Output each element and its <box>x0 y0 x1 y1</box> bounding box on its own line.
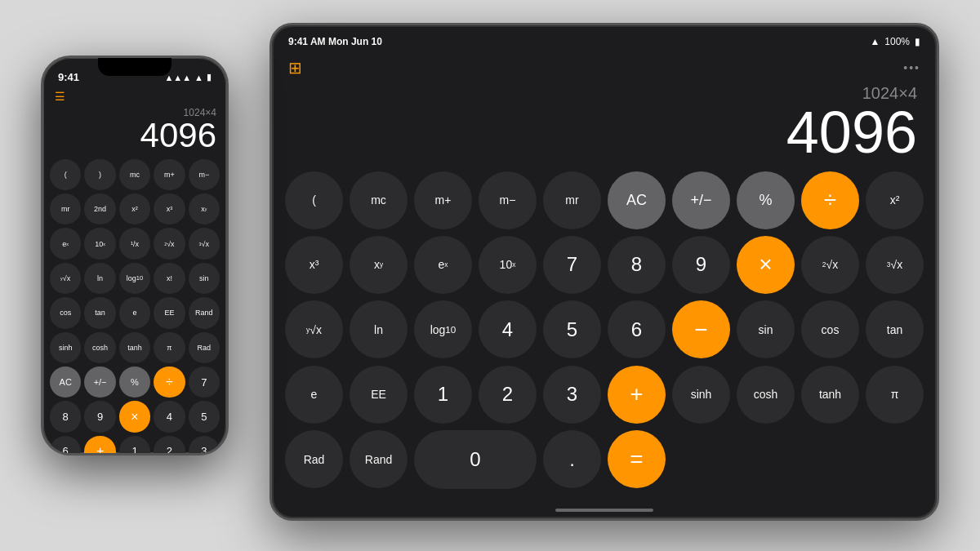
iphone-btn-x-cu[interactable]: x³ <box>154 193 185 224</box>
btn-0[interactable]: 0 <box>414 430 537 488</box>
iphone-btn-ln[interactable]: ln <box>84 263 115 294</box>
iphone-btn-tanh[interactable]: tanh <box>119 332 150 363</box>
iphone-btn-m-plus[interactable]: m+ <box>154 159 185 190</box>
iphone-btn-9[interactable]: 9 <box>84 401 115 432</box>
iphone-btn-4[interactable]: 4 <box>154 401 185 432</box>
iphone-btn-ex[interactable]: ex <box>50 228 81 259</box>
iphone-time: 9:41 <box>58 71 79 83</box>
iphone-btn-e[interactable]: e <box>119 297 150 328</box>
btn-sin[interactable]: sin <box>737 300 795 358</box>
btn-open-paren[interactable]: ( <box>285 171 343 229</box>
btn-e[interactable]: e <box>285 366 343 424</box>
btn-sqrty[interactable]: y√x <box>285 300 343 358</box>
btn-ac[interactable]: AC <box>608 171 666 229</box>
btn-e-to-x[interactable]: ex <box>414 236 472 294</box>
iphone-btn-pct[interactable]: % <box>119 367 150 398</box>
iphone-btn-sinh[interactable]: sinh <box>50 332 81 363</box>
btn-multiply[interactable]: × <box>737 236 795 294</box>
iphone-btn-7[interactable]: 7 <box>189 367 220 398</box>
iphone-btn-2nd[interactable]: 2nd <box>84 193 115 224</box>
btn-m-plus[interactable]: m+ <box>414 171 472 229</box>
iphone-btn-mr[interactable]: mr <box>50 193 81 224</box>
btn-tanh[interactable]: tanh <box>801 366 859 424</box>
more-options-icon[interactable]: ••• <box>903 61 920 74</box>
iphone-btn-sqrty[interactable]: y√x <box>50 263 81 294</box>
iphone-btn-rand[interactable]: Rand <box>189 297 220 328</box>
iphone-btn-sqrt2[interactable]: 2√x <box>154 228 185 259</box>
iphone-btn-mc[interactable]: mc <box>119 159 150 190</box>
btn-ln[interactable]: ln <box>350 300 408 358</box>
iphone-btn-5[interactable]: 5 <box>189 401 220 432</box>
btn-percent[interactable]: % <box>737 171 795 229</box>
iphone-btn-pi[interactable]: π <box>154 332 185 363</box>
iphone-btn-div[interactable]: ÷ <box>154 367 185 398</box>
btn-equals[interactable]: = <box>608 430 666 488</box>
iphone-btn-ee[interactable]: EE <box>154 297 185 328</box>
iphone-btn-ac[interactable]: AC <box>50 367 81 398</box>
iphone-btn-tan[interactable]: tan <box>84 297 115 328</box>
iphone-list-icon[interactable]: ☰ <box>55 90 65 103</box>
iphone-btn-mul[interactable]: × <box>119 401 150 432</box>
btn-mc[interactable]: mc <box>350 171 408 229</box>
iphone-device: 9:41 ▲▲▲ ▲ ▮ ☰ 1024×4 4096 ( ) mc m+ m− … <box>41 56 229 455</box>
iphone-btn-cosh[interactable]: cosh <box>84 332 115 363</box>
btn-decimal[interactable]: . <box>543 430 601 488</box>
iphone-btn-6[interactable]: 6 <box>50 436 81 455</box>
btn-sinh[interactable]: sinh <box>672 366 730 424</box>
iphone-notch <box>98 58 172 76</box>
ipad-display: 1024×4 4096 <box>285 84 924 171</box>
btn-log10[interactable]: log10 <box>414 300 472 358</box>
ipad-camera <box>596 32 612 38</box>
btn-x-squared[interactable]: x² <box>866 171 924 229</box>
sidebar-toggle-icon[interactable]: ⊞ <box>288 58 302 78</box>
iphone-btn-2[interactable]: 2 <box>154 436 185 455</box>
btn-5[interactable]: 5 <box>543 300 601 358</box>
wifi-icon: ▲ <box>870 36 880 47</box>
iphone-btn-xfact[interactable]: x! <box>154 263 185 294</box>
btn-9[interactable]: 9 <box>672 236 730 294</box>
btn-2[interactable]: 2 <box>479 366 537 424</box>
btn-8[interactable]: 8 <box>608 236 666 294</box>
btn-add[interactable]: + <box>608 366 666 424</box>
iphone-btn-1x[interactable]: ¹/x <box>119 228 150 259</box>
btn-pi[interactable]: π <box>866 366 924 424</box>
btn-cosh[interactable]: cosh <box>737 366 795 424</box>
iphone-btn-log[interactable]: log10 <box>119 263 150 294</box>
btn-cos[interactable]: cos <box>801 300 859 358</box>
iphone-btn-10x[interactable]: 10x <box>84 228 115 259</box>
btn-rad[interactable]: Rad <box>285 430 343 488</box>
iphone-btn-sqrt3[interactable]: 3√x <box>189 228 220 259</box>
iphone-btn-8[interactable]: 8 <box>50 401 81 432</box>
btn-sqrt3[interactable]: 3√x <box>866 236 924 294</box>
btn-sqrt2[interactable]: 2√x <box>801 236 859 294</box>
iphone-btn-x-y[interactable]: xy <box>189 193 220 224</box>
iphone-btn-rad[interactable]: Rad <box>189 332 220 363</box>
btn-divide[interactable]: ÷ <box>801 171 859 229</box>
btn-subtract[interactable]: − <box>672 300 730 358</box>
btn-ee[interactable]: EE <box>350 366 408 424</box>
btn-tan[interactable]: tan <box>866 300 924 358</box>
btn-7[interactable]: 7 <box>543 236 601 294</box>
iphone-btn-cos[interactable]: cos <box>50 297 81 328</box>
btn-10-to-x[interactable]: 10x <box>479 236 537 294</box>
iphone-btn-x-sq[interactable]: x² <box>119 193 150 224</box>
btn-plus-minus[interactable]: +/− <box>672 171 730 229</box>
iphone-btn-sign[interactable]: +/− <box>84 367 115 398</box>
btn-6[interactable]: 6 <box>608 300 666 358</box>
btn-mr[interactable]: mr <box>543 171 601 229</box>
iphone-btn-open-paren[interactable]: ( <box>50 159 81 190</box>
btn-3[interactable]: 3 <box>543 366 601 424</box>
iphone-btn-sin[interactable]: sin <box>189 263 220 294</box>
btn-m-minus[interactable]: m− <box>479 171 537 229</box>
btn-4[interactable]: 4 <box>479 300 537 358</box>
btn-x-cubed[interactable]: x³ <box>285 236 343 294</box>
btn-x-to-y[interactable]: xy <box>350 236 408 294</box>
btn-rand[interactable]: Rand <box>350 430 408 488</box>
iphone-btn-1[interactable]: 1 <box>119 436 150 455</box>
iphone-btn-close-paren[interactable]: ) <box>84 159 115 190</box>
iphone-btn-3[interactable]: 3 <box>189 436 220 455</box>
ipad-status-right: ▲ 100% ▮ <box>870 36 920 47</box>
btn-1[interactable]: 1 <box>414 366 472 424</box>
iphone-btn-add[interactable]: + <box>84 436 115 455</box>
iphone-btn-m-minus[interactable]: m− <box>189 159 220 190</box>
